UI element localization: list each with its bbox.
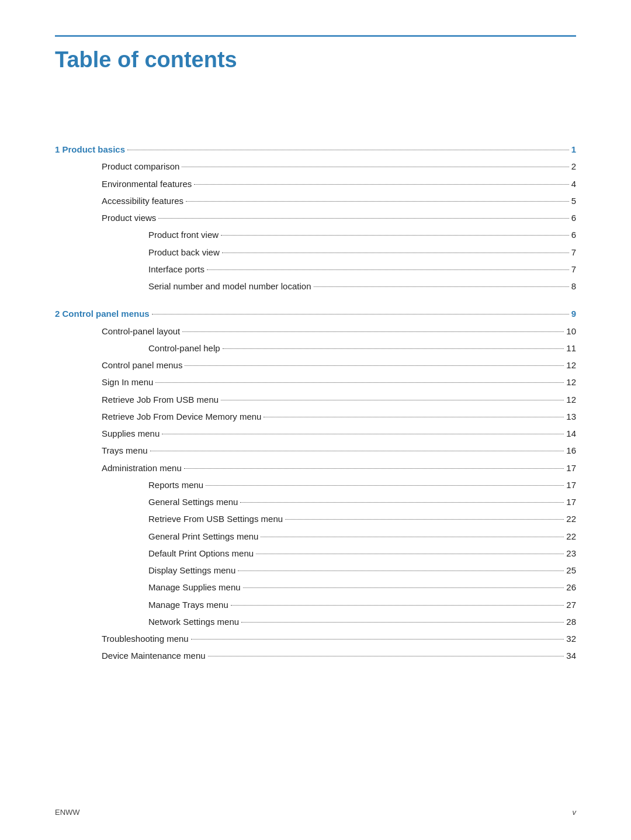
page-number: 12	[566, 393, 576, 406]
toc-entry: Control-panel help 11	[55, 341, 576, 355]
toc-dots	[256, 554, 564, 554]
entry-text: Control-panel layout	[102, 324, 180, 338]
toc-entry: Retrieve From USB Settings menu 22	[55, 512, 576, 526]
toc-entry: Supplies menu 14	[55, 427, 576, 440]
toc-entry: Default Print Options menu 23	[55, 547, 576, 560]
toc-dots	[194, 184, 568, 185]
page-number: 9	[571, 307, 576, 320]
page-number: 22	[566, 530, 576, 543]
page-number: 12	[566, 358, 576, 372]
page-number: 4	[571, 177, 576, 191]
entry-text: Manage Supplies menu	[148, 580, 241, 594]
page-number: 34	[566, 649, 576, 662]
page-number: 17	[566, 495, 576, 509]
toc-entry: General Print Settings menu 22	[55, 530, 576, 543]
toc-dots	[155, 382, 564, 383]
page-number: 6	[571, 228, 576, 241]
entry-text: Retrieve From USB Settings menu	[148, 512, 283, 526]
chapter-entry-1: 1 Product basics 1	[55, 143, 576, 156]
page-number: 17	[566, 461, 576, 475]
toc-entry: Control-panel layout 10	[55, 324, 576, 338]
entry-text: Network Settings menu	[148, 615, 239, 628]
toc-dots	[314, 286, 569, 287]
entry-text: General Settings menu	[148, 495, 238, 509]
toc-dots	[221, 400, 564, 400]
page-number: 17	[566, 478, 576, 492]
page-number: 6	[571, 211, 576, 224]
page-number: 11	[566, 341, 576, 355]
footer-left: ENWW	[55, 808, 80, 817]
entry-text: Retrieve Job From Device Memory menu	[102, 410, 261, 423]
toc-dots	[182, 331, 564, 332]
page-number: 2	[571, 160, 576, 173]
page-number: 25	[566, 564, 576, 577]
toc-entry: Administration menu 17	[55, 461, 576, 475]
page-container: Table of contents 1 Product basics 1Prod…	[0, 0, 631, 840]
toc-entry: Product views 6	[55, 211, 576, 224]
page-number: 7	[571, 262, 576, 276]
toc-entry: Retrieve Job From USB menu 12	[55, 393, 576, 406]
toc-entry: Product comparison 2	[55, 160, 576, 173]
toc-dots	[206, 485, 564, 486]
entry-text: Product front view	[148, 228, 219, 241]
toc-entry: Manage Trays menu 27	[55, 598, 576, 611]
entry-text: Manage Trays menu	[148, 598, 228, 611]
toc-entry: Control panel menus 12	[55, 358, 576, 372]
toc-entry: Troubleshooting menu 32	[55, 632, 576, 645]
page-number: 1	[571, 143, 576, 156]
chapter-number: 2 Control panel menus	[55, 307, 150, 320]
entry-text: Serial number and model number location	[148, 279, 311, 293]
toc-dots	[127, 150, 569, 150]
entry-text: Accessibility features	[102, 194, 183, 208]
toc-entry: Interface ports 7	[55, 262, 576, 276]
toc-entry: Product front view 6	[55, 228, 576, 241]
entry-text: Sign In menu	[102, 375, 153, 389]
page-number: 32	[566, 632, 576, 645]
page-number: 10	[566, 324, 576, 338]
entry-text: Display Settings menu	[148, 564, 235, 577]
entry-text: Device Maintenance menu	[102, 649, 206, 662]
toc-entry: Manage Supplies menu 26	[55, 580, 576, 594]
entry-text: Administration menu	[102, 461, 182, 475]
toc-dots	[162, 434, 564, 434]
entry-text: General Print Settings menu	[148, 530, 258, 543]
top-rule	[55, 35, 576, 37]
page-number: 26	[566, 580, 576, 594]
page-number: 22	[566, 512, 576, 526]
toc-entry: Trays menu 16	[55, 444, 576, 457]
toc-dots	[152, 314, 569, 314]
toc-entry: Sign In menu 12	[55, 375, 576, 389]
toc-entry: Serial number and model number location …	[55, 279, 576, 293]
page-number: 28	[566, 615, 576, 628]
entry-text: Product back view	[148, 246, 220, 259]
toc-dots	[238, 571, 564, 571]
toc-dots	[185, 365, 564, 366]
entry-text: Reports menu	[148, 478, 203, 492]
page-number: 8	[571, 279, 576, 293]
toc-dots	[207, 269, 569, 270]
footer-right: v	[573, 808, 577, 817]
toc-entry: Reports menu 17	[55, 478, 576, 492]
toc-section: 1 Product basics 1Product comparison 2En…	[55, 143, 576, 663]
chapter-number: 1 Product basics	[55, 143, 125, 156]
toc-dots	[243, 587, 564, 588]
toc-dots	[182, 167, 568, 167]
toc-dots	[261, 537, 564, 537]
toc-dots	[264, 417, 564, 417]
toc-entry: Environmental features 4	[55, 177, 576, 191]
entry-text: Troubleshooting menu	[102, 632, 189, 645]
footer: ENWW v	[55, 808, 576, 817]
toc-entry: Network Settings menu 28	[55, 615, 576, 628]
toc-dots	[223, 348, 564, 349]
entry-text: Control-panel help	[148, 341, 220, 355]
toc-dots	[191, 639, 564, 639]
entry-text: Interface ports	[148, 262, 204, 276]
entry-text: Supplies menu	[102, 427, 160, 440]
toc-entry: Product back view 7	[55, 246, 576, 259]
entry-text: Default Print Options menu	[148, 547, 254, 560]
page-number: 23	[566, 547, 576, 560]
toc-dots	[184, 468, 564, 469]
toc-entry: Accessibility features 5	[55, 194, 576, 208]
toc-dots	[208, 656, 564, 656]
chapter-entry-2: 2 Control panel menus 9	[55, 307, 576, 320]
